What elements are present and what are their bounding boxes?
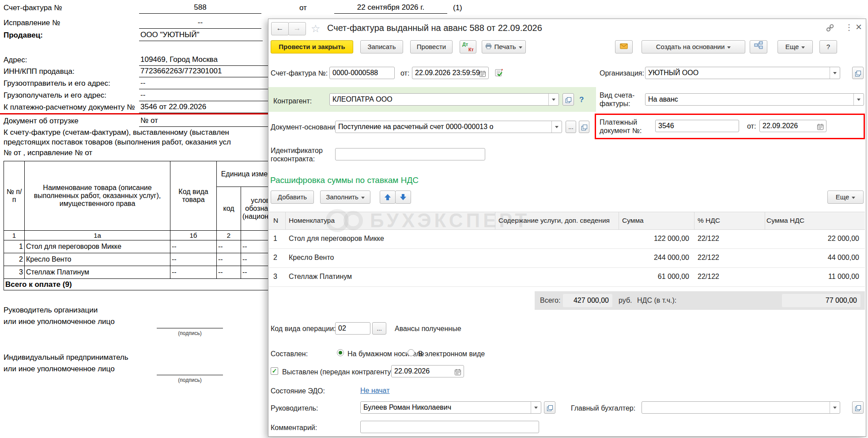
dropdown-button[interactable]: [548, 94, 559, 105]
credit-label: Кт: [468, 47, 474, 52]
invoice-date-input[interactable]: 22.09.2026 23:59:59: [412, 67, 489, 79]
chevron-down-icon: [519, 46, 522, 49]
form-row-name: Кресло Венто: [25, 253, 170, 266]
issued-checkbox[interactable]: ✓: [271, 367, 278, 375]
arrow-down-icon: [400, 194, 406, 200]
gov-contract-input[interactable]: [335, 148, 485, 160]
table-row[interactable]: 2 Кресло Венто 244 000,00 22/122 44 000,…: [269, 249, 865, 268]
form-from-label: от: [299, 4, 307, 12]
invoice-date-value: 22.09.2026 23:59:59: [415, 69, 480, 76]
close-icon[interactable]: ×: [856, 21, 862, 33]
form-numrow-cell: 1а: [25, 231, 170, 240]
form-copy-note: (1): [453, 4, 462, 12]
dropdown-button[interactable]: [531, 402, 541, 413]
add-row-button[interactable]: Добавить: [271, 190, 314, 204]
printer-icon: [485, 41, 492, 53]
post-and-close-button[interactable]: Провести и закрыть: [271, 40, 353, 53]
menu-kebab-icon[interactable]: ⋮: [845, 23, 853, 32]
move-row-down-button[interactable]: [395, 190, 411, 204]
chevron-down-icon: [833, 407, 837, 409]
payment-document-date-input[interactable]: 22.09.2026: [759, 120, 826, 132]
fill-button[interactable]: Заполнить: [320, 190, 370, 204]
form-consignee-label: Грузополучатель и его адрес:: [4, 91, 106, 100]
dialog-title: Счет-фактура выданный на аванс 588 от 22…: [327, 23, 542, 33]
form-note-line3: № от , исправление № от: [4, 149, 92, 157]
invoice-kind-value: На аванс: [648, 95, 678, 103]
organization-open-button[interactable]: [852, 67, 864, 79]
radio-electronic[interactable]: [408, 349, 415, 356]
operation-code-input[interactable]: 02: [335, 322, 370, 335]
form-row-code: --: [170, 266, 217, 279]
table-row[interactable]: 3 Стеллаж Платинум 61 000,00 22/122 11 0…: [269, 268, 865, 287]
col-service-content: Содержание услуги, доп. сведения: [498, 217, 610, 225]
dropdown-button[interactable]: [551, 121, 562, 133]
counterparty-open-button[interactable]: [562, 93, 574, 106]
cell-nomenclature: Кресло Венто: [289, 254, 334, 262]
dropdown-button[interactable]: [830, 402, 840, 413]
invoice-dialog: ← → ☆ Счет-фактура выданный на аванс 588…: [268, 19, 866, 437]
counterparty-help-link[interactable]: ?: [579, 95, 584, 104]
composed-label: Составлен:: [271, 350, 308, 358]
create-based-on-button[interactable]: Создать на основании: [642, 40, 745, 53]
operation-code-choose-button[interactable]: ...: [372, 322, 386, 335]
accountant-input[interactable]: [642, 401, 840, 414]
print-button[interactable]: Печать: [482, 40, 526, 53]
column-separator: [765, 212, 765, 229]
cell-vat-rate: 22/122: [698, 273, 719, 281]
record-status-icon: [494, 68, 504, 79]
back-button[interactable]: ←: [271, 22, 289, 35]
manager-open-button[interactable]: [544, 401, 555, 414]
cell-sum: 244 000,00: [620, 254, 689, 262]
counterparty-input[interactable]: КЛЕОПАТРА ООО: [329, 93, 559, 106]
post-button[interactable]: Провести: [410, 40, 453, 53]
col-nomenclature: Номенклатура: [289, 217, 335, 225]
fill-label: Заполнить: [326, 193, 359, 201]
form-sign1-line2: или иное уполномоченное лицо: [4, 317, 115, 326]
form-sign1-line1: Руководитель организации: [4, 306, 98, 315]
form-row-unit-code: --: [217, 266, 241, 279]
column-separator: [694, 212, 694, 229]
radio-paper[interactable]: [337, 349, 344, 356]
table-more-button[interactable]: Еще: [827, 190, 864, 204]
accountant-open-button[interactable]: [852, 401, 864, 414]
debit-credit-button[interactable]: Дт Кт: [460, 40, 476, 53]
calendar-icon[interactable]: [479, 69, 486, 79]
comment-input[interactable]: [360, 421, 539, 433]
invoice-number-input[interactable]: 0000-0000588: [329, 67, 395, 79]
chevron-down-icon: [833, 72, 837, 74]
organization-input[interactable]: УЮТНЫЙ ООО: [645, 67, 840, 79]
vat-table-header[interactable]: N Номенклатура Содержание услуги, доп. с…: [269, 212, 865, 230]
column-separator: [619, 212, 619, 229]
save-button[interactable]: Записать: [360, 40, 403, 53]
link-icon[interactable]: [826, 23, 834, 34]
edo-state-link[interactable]: Не начат: [360, 387, 390, 395]
counterparty-label: Контрагент:: [273, 97, 312, 105]
basis-open-button[interactable]: [579, 121, 589, 133]
envelope-icon: [620, 43, 628, 50]
dropdown-button[interactable]: [853, 94, 864, 105]
payment-document-number-input[interactable]: 3546: [655, 120, 739, 132]
related-documents-button[interactable]: [750, 40, 767, 53]
issued-date-input[interactable]: 22.09.2026: [391, 365, 464, 377]
signature-line: [157, 365, 223, 375]
move-row-up-button[interactable]: [380, 190, 396, 204]
email-button[interactable]: [615, 40, 633, 53]
calendar-icon[interactable]: [454, 368, 461, 377]
more-button[interactable]: Еще: [777, 40, 813, 53]
calendar-icon[interactable]: [817, 122, 824, 132]
basis-document-input[interactable]: Поступление на расчетный счет 0000-00001…: [335, 121, 562, 133]
table-row[interactable]: 1 Стол для переговоров Микке 122 000,00 …: [269, 230, 865, 249]
vat-total-label: НДС (в т.ч.):: [637, 297, 676, 305]
help-button[interactable]: ?: [819, 40, 837, 53]
invoice-kind-input[interactable]: На аванс: [645, 93, 864, 106]
dropdown-button[interactable]: [830, 67, 840, 79]
organization-label: Организация:: [600, 69, 644, 77]
forward-button[interactable]: →: [288, 22, 306, 35]
favorite-star-icon[interactable]: ☆: [311, 23, 321, 35]
manager-input[interactable]: Булеев Роман Николаевич: [360, 401, 541, 414]
edo-state-label: Состояние ЭДО:: [271, 387, 325, 395]
basis-choose-button[interactable]: ...: [566, 121, 576, 133]
chevron-down-icon: [361, 197, 365, 199]
debit-label: Дт: [462, 42, 468, 47]
cell-vat-rate: 22/122: [698, 254, 719, 262]
